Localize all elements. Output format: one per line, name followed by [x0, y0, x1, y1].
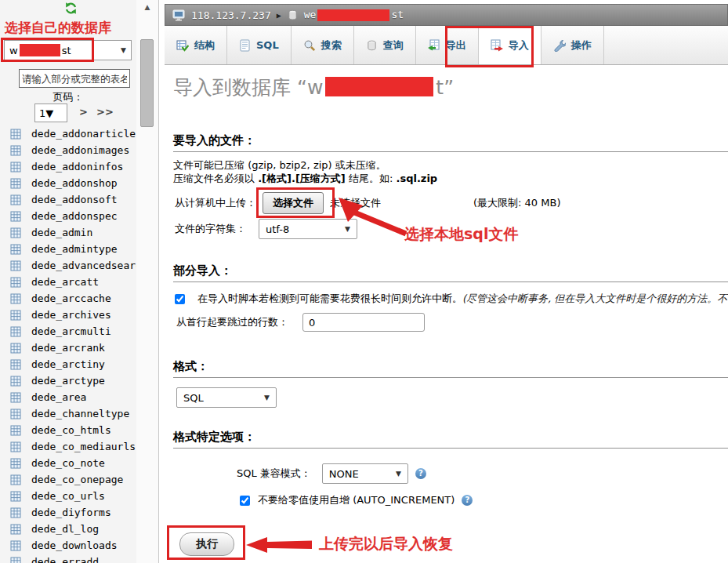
next-page-link[interactable]: > — [79, 106, 88, 118]
hint-format: .[格式].[压缩方式] — [258, 173, 346, 184]
charset-row: 文件的字符集： utf-8 ▼ — [175, 219, 357, 239]
skip-rows-input[interactable] — [302, 313, 425, 332]
database-name-suffix: st — [62, 45, 71, 56]
refresh-icon[interactable] — [64, 2, 78, 17]
table-name: dede_co_note — [31, 457, 105, 469]
go-button[interactable]: 执行 — [179, 532, 234, 556]
wrench-icon — [553, 39, 566, 52]
tab-structure[interactable]: 结构 — [165, 26, 227, 64]
server-breadcrumb: 118.123.7.237 ▶ west — [165, 4, 728, 26]
server-host[interactable]: 118.123.7.237 — [191, 9, 271, 21]
tab-export[interactable]: 导出 — [416, 26, 479, 64]
breadcrumb-db[interactable]: west — [304, 9, 404, 21]
table-icon — [10, 145, 21, 156]
table-name: dede_advancedsearch — [31, 260, 148, 271]
section-file-to-import: 要导入的文件： — [173, 133, 728, 152]
table-icon — [10, 491, 21, 502]
table-row[interactable]: dede_admintype — [0, 241, 136, 257]
db-suffix: st — [391, 9, 404, 20]
database-select[interactable]: wst ▼ — [4, 40, 132, 60]
sql-compat-value: NONE — [329, 468, 359, 480]
breadcrumb-arrow-icon: ▶ — [277, 11, 281, 20]
table-row[interactable]: dede_arcrank — [0, 340, 136, 356]
charset-select[interactable]: utf-8 ▼ — [259, 219, 357, 239]
format-value: SQL — [183, 392, 204, 404]
section-partial-import: 部分导入： — [173, 263, 728, 282]
tab-search[interactable]: 搜索 — [292, 26, 354, 64]
table-icon — [10, 129, 21, 140]
server-icon — [172, 9, 186, 21]
charset-value: utf-8 — [266, 223, 289, 235]
table-name: dede_arctype — [31, 375, 105, 387]
table-row[interactable]: dede_co_urls — [0, 488, 136, 504]
page-number-value: 1 — [39, 107, 45, 119]
chevron-down-icon: ▼ — [396, 470, 401, 478]
search-icon — [303, 39, 316, 52]
table-name: dede_diyforms — [31, 507, 111, 518]
table-row[interactable]: dede_co_onepage — [0, 471, 136, 488]
table-row[interactable]: dede_arctiny — [0, 356, 136, 372]
page-number-select[interactable]: 1 ▼ — [34, 104, 67, 122]
table-row[interactable]: dede_advancedsearch — [0, 257, 136, 274]
tab-query[interactable]: 查询 — [354, 26, 416, 64]
table-icon — [10, 162, 21, 173]
table-row[interactable]: dede_arctype — [0, 372, 136, 389]
table-row[interactable]: dede_addoninfos — [0, 158, 136, 175]
no-autoinc-checkbox[interactable] — [240, 496, 250, 506]
table-row[interactable]: dede_arcatt — [0, 274, 136, 290]
table-name: dede_dl_log — [31, 523, 99, 535]
chevron-down-icon: ▼ — [264, 394, 270, 401]
tab-import[interactable]: 导入 — [479, 26, 541, 64]
table-icon — [10, 392, 21, 403]
table-row[interactable]: dede_erradd — [0, 554, 136, 563]
help-icon[interactable] — [415, 468, 426, 479]
table-icon — [10, 260, 21, 271]
main-panel: 118.123.7.237 ▶ west 结构 SQL — [159, 0, 728, 563]
tab-label: SQL — [256, 39, 279, 51]
table-row[interactable]: dede_channeltype — [0, 405, 136, 422]
max-size-text: (最大限制: 40 MB) — [473, 196, 560, 210]
title-prefix: 导入到数据库 “w — [173, 76, 323, 99]
table-row[interactable]: dede_arccache — [0, 290, 136, 307]
table-row[interactable]: dede_addonshop — [0, 175, 136, 191]
table-row[interactable]: dede_addonarticle — [0, 125, 136, 142]
table-filter-input[interactable] — [19, 69, 130, 88]
page-number-label: 页码： — [0, 90, 136, 104]
table-row[interactable]: dede_diyforms — [0, 504, 136, 521]
sql-compat-select[interactable]: NONE ▼ — [322, 463, 408, 484]
tab-label: 搜索 — [321, 38, 342, 53]
table-row[interactable]: dede_dl_log — [0, 521, 136, 537]
table-row[interactable]: dede_addonimages — [0, 142, 136, 158]
tab-sql[interactable]: SQL — [227, 26, 292, 64]
table-name: dede_channeltype — [31, 408, 129, 420]
last-page-link[interactable]: >> — [96, 106, 114, 118]
scrollbar-thumb[interactable] — [140, 39, 154, 127]
table-name: dede_arcmulti — [31, 325, 111, 337]
choose-file-button[interactable]: 选择文件 — [263, 192, 324, 214]
table-row[interactable]: dede_admin — [0, 224, 136, 241]
table-row[interactable]: dede_area — [0, 389, 136, 405]
table-row[interactable]: dede_archives — [0, 307, 136, 323]
format-select[interactable]: SQL ▼ — [176, 387, 277, 408]
table-row[interactable]: dede_addonsoft — [0, 191, 136, 208]
allow-interrupt-checkbox[interactable] — [175, 294, 185, 304]
no-file-chosen-text: 未选择文件 — [330, 196, 381, 210]
title-db-redaction — [325, 77, 433, 96]
help-icon[interactable] — [462, 495, 473, 506]
scroll-up-icon[interactable]: ▲ — [139, 1, 155, 13]
table-row[interactable]: dede_addonspec — [0, 208, 136, 224]
table-name: dede_arcrank — [31, 342, 105, 354]
table-row[interactable]: dede_co_mediaurls — [0, 438, 136, 455]
table-row[interactable]: dede_co_note — [0, 455, 136, 471]
table-name: dede_addonshop — [31, 177, 118, 189]
sidebar-scrollbar[interactable]: ▲ — [136, 0, 159, 563]
table-row[interactable]: dede_arcmulti — [0, 323, 136, 340]
table-name: dede_archives — [31, 309, 111, 321]
export-icon — [428, 39, 440, 52]
table-row[interactable]: dede_downloads — [0, 537, 136, 554]
tab-operations[interactable]: 操作 — [541, 26, 604, 64]
table-icon — [10, 376, 21, 387]
table-icon — [10, 211, 21, 222]
table-row[interactable]: dede_co_htmls — [0, 422, 136, 438]
tab-label: 导入 — [509, 38, 529, 53]
